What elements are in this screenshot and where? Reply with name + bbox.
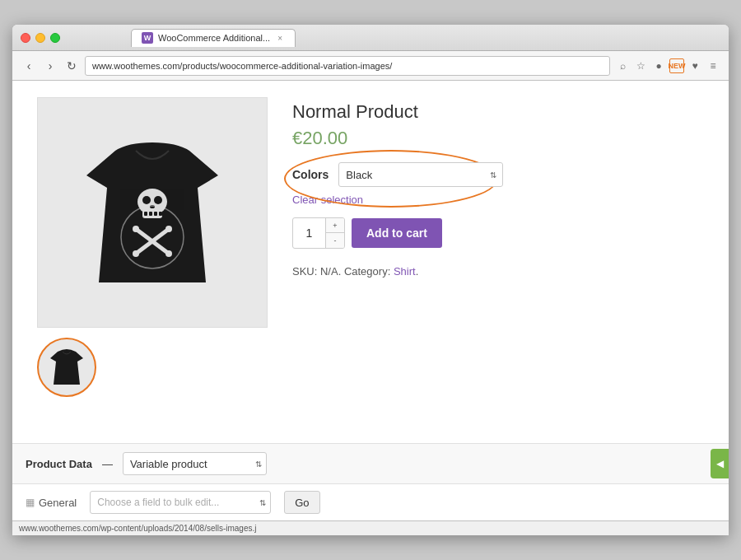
general-tab-label: General <box>39 497 77 509</box>
product-type-select[interactable]: Variable product Simple product Grouped … <box>123 452 267 475</box>
bulk-field-wrapper: Choose a field to bulk edit... ⇅ <box>90 491 271 514</box>
navigation-bar: ‹ › ↻ www.woothemes.com/products/woocomm… <box>12 51 729 81</box>
quantity-decrease[interactable]: - <box>326 233 344 248</box>
sku-row: SKU: N/A. Category: Shirt. <box>292 265 704 278</box>
product-type-wrapper: Variable product Simple product Grouped … <box>123 452 267 475</box>
category-link[interactable]: Shirt <box>394 265 416 278</box>
variation-row: Colors Black White Red ⇅ <box>292 162 704 187</box>
variation-section: Colors Black White Red ⇅ Clear selection <box>292 162 704 206</box>
status-url: www.woothemes.com/wp-content/uploads/201… <box>19 524 256 533</box>
product-price: €20.00 <box>292 128 704 149</box>
svg-point-14 <box>165 250 172 257</box>
page-content: Normal Product €20.00 Colors Black White… <box>12 81 729 535</box>
woocommerce-icon: W <box>142 32 153 44</box>
pull-tab-icon: ◀ <box>716 458 724 469</box>
color-select[interactable]: Black White Red <box>338 162 503 187</box>
product-info: Normal Product €20.00 Colors Black White… <box>292 97 704 427</box>
search-icon[interactable]: ⌕ <box>615 58 630 73</box>
quantity-cart-row: 1 + - Add to cart <box>292 217 704 249</box>
forward-button[interactable]: › <box>42 58 58 74</box>
star-icon[interactable]: ☆ <box>633 58 648 73</box>
product-data-bar: Product Data — Variable product Simple p… <box>12 443 729 483</box>
address-bar[interactable]: www.woothemes.com/products/woocommerce-a… <box>85 56 610 76</box>
tshirt-svg <box>70 126 235 299</box>
clear-selection-link[interactable]: Clear selection <box>292 194 704 206</box>
thumbnail-row <box>37 338 268 397</box>
tab-close-button[interactable]: × <box>275 33 285 43</box>
quantity-increase[interactable]: + <box>326 218 344 233</box>
nav-icons: ⌕ ☆ ● NEW ♥ ≡ <box>615 58 720 73</box>
printer-icon[interactable]: NEW <box>669 58 684 73</box>
svg-rect-5 <box>144 212 147 216</box>
quantity-box: 1 + - <box>292 217 345 249</box>
minimize-button[interactable] <box>35 33 45 43</box>
back-button[interactable]: ‹ <box>21 58 37 74</box>
maximize-button[interactable] <box>50 33 60 43</box>
colors-label: Colors <box>292 168 329 181</box>
add-to-cart-button[interactable]: Add to cart <box>352 218 442 248</box>
sku-label: SKU: <box>292 265 317 278</box>
svg-point-3 <box>154 196 162 204</box>
active-tab[interactable]: W WooCommerce Additional... × <box>131 29 296 47</box>
refresh-button[interactable]: ↻ <box>63 58 80 74</box>
svg-rect-8 <box>159 212 162 216</box>
product-title: Normal Product <box>292 101 704 123</box>
title-bar: W WooCommerce Additional... × <box>12 25 729 51</box>
svg-rect-7 <box>154 212 157 216</box>
green-pull-tab[interactable]: ◀ <box>711 449 729 478</box>
svg-point-13 <box>133 250 139 257</box>
bulk-edit-select[interactable]: Choose a field to bulk edit... <box>90 491 271 514</box>
svg-point-11 <box>133 226 139 232</box>
svg-point-2 <box>142 196 151 204</box>
main-product-image <box>37 97 268 328</box>
close-button[interactable] <box>21 33 30 43</box>
status-bar: www.woothemes.com/wp-content/uploads/201… <box>12 520 729 535</box>
general-tab[interactable]: ▦ General <box>26 497 77 509</box>
sku-value: N/A. <box>320 265 341 278</box>
svg-point-12 <box>165 226 172 232</box>
general-grid-icon: ▦ <box>26 497 35 508</box>
heart-icon[interactable]: ♥ <box>687 58 702 73</box>
menu-icon[interactable]: ≡ <box>706 58 720 73</box>
category-label: Category: <box>344 265 390 278</box>
product-thumbnail[interactable] <box>37 338 96 397</box>
product-images <box>37 97 268 427</box>
product-data-dash: — <box>102 458 113 470</box>
svg-rect-6 <box>149 212 152 216</box>
tab-title: WooCommerce Additional... <box>158 33 270 43</box>
tab-bar: W WooCommerce Additional... × <box>65 29 720 47</box>
product-data-label: Product Data <box>26 458 92 470</box>
page-inner: Normal Product €20.00 Colors Black White… <box>12 81 729 443</box>
user-icon[interactable]: ● <box>651 58 666 73</box>
color-select-wrapper: Black White Red ⇅ <box>338 162 503 187</box>
quantity-buttons: + - <box>326 218 344 248</box>
go-button[interactable]: Go <box>284 491 319 514</box>
quantity-value: 1 <box>293 218 326 248</box>
thumbnail-tshirt <box>46 345 87 390</box>
general-bar: ▦ General Choose a field to bulk edit...… <box>12 483 729 520</box>
